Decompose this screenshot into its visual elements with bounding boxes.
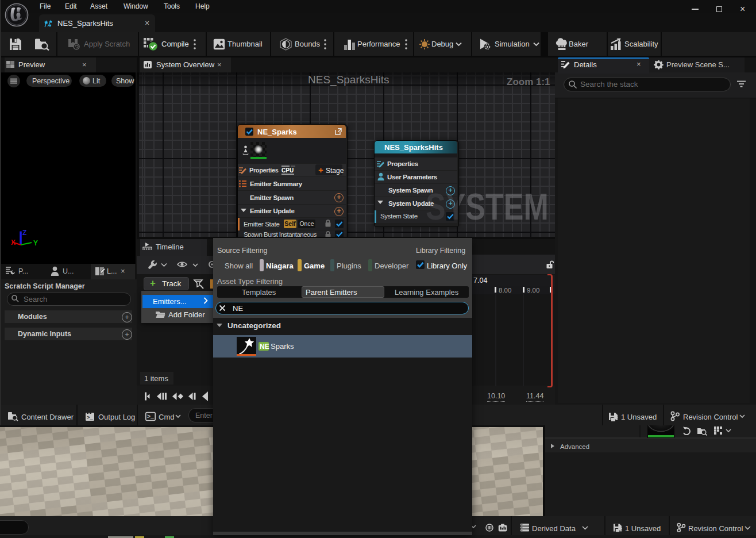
svg-text:CPU: CPU (281, 167, 294, 174)
svg-text:Z: Z (22, 229, 26, 237)
svg-text:>_: >_ (87, 415, 93, 421)
svg-text:X: X (11, 239, 16, 247)
svg-text:>_: >_ (147, 414, 155, 420)
svg-text:Y: Y (33, 239, 38, 247)
